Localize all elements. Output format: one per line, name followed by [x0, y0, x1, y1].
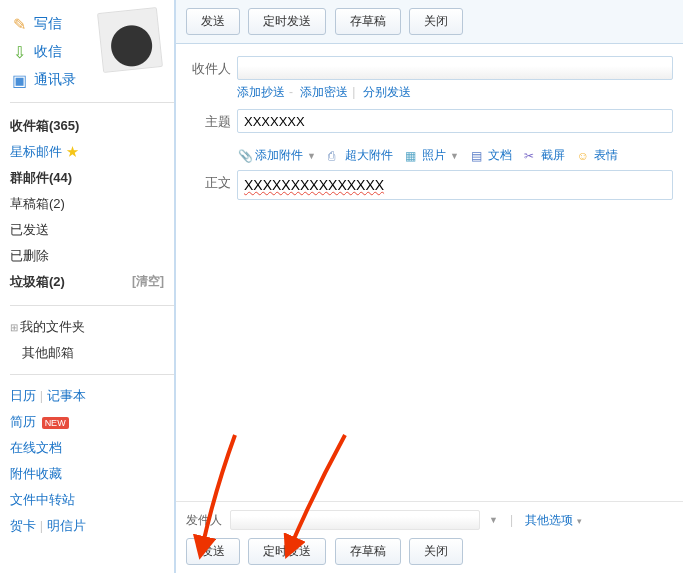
big-attachment[interactable]: ⎙超大附件 — [328, 147, 393, 164]
compose-icon: ✎ — [10, 16, 28, 32]
chevron-down-icon[interactable]: ▼ — [489, 515, 498, 525]
receive-icon: ⇩ — [10, 44, 28, 60]
star-icon: ★ — [66, 144, 79, 159]
close-button[interactable]: 关闭 — [409, 538, 463, 565]
add-bcc-link[interactable]: 添加密送 — [300, 85, 348, 99]
chevron-down-icon: ▼ — [307, 151, 316, 161]
folder-inbox[interactable]: 收件箱(365) — [10, 113, 174, 139]
doc-attachment[interactable]: ▤文档 — [471, 147, 512, 164]
my-folders-toggle[interactable]: ⊞我的文件夹 — [10, 314, 174, 340]
avatar — [100, 10, 170, 80]
save-draft-button[interactable]: 存草稿 — [335, 538, 401, 565]
photo-attachment[interactable]: ▦照片▼ — [405, 147, 459, 164]
nav-label: 收信 — [34, 43, 62, 61]
save-draft-button[interactable]: 存草稿 — [335, 8, 401, 35]
schedule-send-button[interactable]: 定时发送 — [248, 8, 326, 35]
send-button[interactable]: 发送 — [186, 8, 240, 35]
send-button[interactable]: 发送 — [186, 538, 240, 565]
link-online-doc[interactable]: 在线文档 — [10, 435, 174, 461]
folder-group[interactable]: 群邮件(44) — [10, 165, 174, 191]
folder-sent[interactable]: 已发送 — [10, 217, 174, 243]
attachment-toolbar: 📎添加附件▼ ⎙超大附件 ▦照片▼ ▤文档 ✂截屏 ☺表情 — [186, 141, 673, 170]
contacts-icon: ▣ — [10, 72, 28, 88]
paperclip-icon: 📎 — [238, 149, 252, 163]
new-badge: NEW — [42, 417, 69, 429]
top-toolbar: 发送 定时发送 存草稿 关闭 — [176, 0, 683, 44]
emoji[interactable]: ☺表情 — [577, 147, 618, 164]
screenshot[interactable]: ✂截屏 — [524, 147, 565, 164]
link-resume[interactable]: 简历 NEW — [10, 409, 174, 435]
link-file-transfer[interactable]: 文件中转站 — [10, 487, 174, 513]
nav-label: 通讯录 — [34, 71, 76, 89]
link-calendar[interactable]: 日历 | 记事本 — [10, 383, 174, 409]
photo-icon: ▦ — [405, 149, 419, 163]
close-button[interactable]: 关闭 — [409, 8, 463, 35]
link-attach-collect[interactable]: 附件收藏 — [10, 461, 174, 487]
chevron-down-icon: ▾ — [577, 516, 582, 526]
sender-select[interactable] — [230, 510, 480, 530]
expand-icon: ⊞ — [10, 322, 18, 333]
folder-drafts[interactable]: 草稿箱(2) — [10, 191, 174, 217]
schedule-send-button[interactable]: 定时发送 — [248, 538, 326, 565]
folder-deleted[interactable]: 已删除 — [10, 243, 174, 269]
big-attach-icon: ⎙ — [328, 149, 342, 163]
folder-starred[interactable]: 星标邮件 ★ — [10, 139, 174, 165]
main-panel: 发送 定时发送 存草稿 关闭 收件人 添加抄送- 添加密送| 分别发送 主题 — [175, 0, 683, 573]
chevron-down-icon: ▼ — [450, 151, 459, 161]
scissors-icon: ✂ — [524, 149, 538, 163]
bottom-toolbar: 发送 定时发送 存草稿 关闭 — [186, 538, 673, 565]
other-mailbox[interactable]: 其他邮箱 — [10, 340, 174, 366]
body-editor[interactable]: XXXXXXXXXXXXXXX — [237, 170, 673, 200]
document-icon: ▤ — [471, 149, 485, 163]
subject-input[interactable] — [237, 109, 673, 133]
other-options-link[interactable]: 其他选项 ▾ — [525, 512, 582, 529]
emoji-icon: ☺ — [577, 149, 591, 163]
folder-trash[interactable]: 垃圾箱(2) [清空] — [10, 269, 174, 295]
sender-label: 发件人 — [186, 512, 222, 529]
add-attachment[interactable]: 📎添加附件▼ — [238, 147, 316, 164]
body-label: 正文 — [186, 170, 231, 192]
link-greeting[interactable]: 贺卡 | 明信片 — [10, 513, 174, 539]
add-cc-link[interactable]: 添加抄送 — [237, 85, 285, 99]
subject-label: 主题 — [186, 109, 231, 131]
sidebar: ✎ 写信 ⇩ 收信 ▣ 通讯录 收件箱(365) 星标邮件 ★ 群邮件(44) … — [0, 0, 175, 573]
recipient-input[interactable] — [237, 56, 673, 80]
recipient-label: 收件人 — [186, 56, 231, 78]
nav-label: 写信 — [34, 15, 62, 33]
empty-trash-link[interactable]: [清空] — [132, 273, 164, 290]
split-send-link[interactable]: 分别发送 — [363, 85, 411, 99]
